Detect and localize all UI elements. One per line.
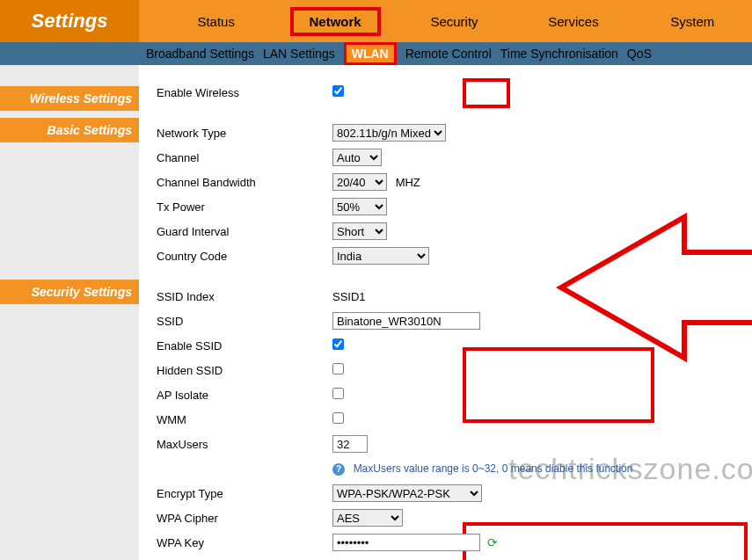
tab-network-label: Network (290, 7, 381, 36)
annotation-arrow (552, 204, 752, 374)
maxusers-label: MaxUsers (157, 438, 332, 451)
enable-wireless-checkbox[interactable] (332, 85, 344, 97)
ssid-label: SSID (157, 315, 332, 328)
wpa-key-label: WPA Key (157, 536, 332, 549)
content-pane: techtrickszone.com Enable Wireless Netwo… (139, 65, 752, 560)
tab-network[interactable]: Network (275, 0, 394, 42)
txpower-label: Tx Power (157, 200, 332, 214)
wpa-cipher-label: WPA Cipher (157, 512, 332, 525)
tab-security[interactable]: Security (395, 0, 514, 42)
tab-status[interactable]: Status (157, 0, 275, 42)
wpa-cipher-select[interactable]: AES (332, 509, 403, 527)
hidden-ssid-label: Hidden SSID (157, 364, 332, 377)
maxusers-input[interactable] (332, 435, 368, 453)
sidebar-wireless-settings[interactable]: Wireless Settings (0, 86, 139, 111)
hidden-ssid-checkbox[interactable] (332, 363, 344, 375)
country-select[interactable]: India (332, 247, 429, 265)
network-type-select[interactable]: 802.11b/g/n Mixed (332, 124, 446, 142)
encrypt-select[interactable]: WPA-PSK/WPA2-PSK (332, 484, 482, 502)
subnav-timesync[interactable]: Time Synchronisation (500, 47, 618, 61)
channel-select[interactable]: Auto (332, 149, 382, 166)
tab-services[interactable]: Services (514, 0, 632, 42)
txpower-select[interactable]: 50% (332, 198, 387, 215)
sidebar-security-settings[interactable]: Security Settings (0, 280, 139, 304)
enable-wireless-label: Enable Wireless (157, 86, 332, 99)
enable-ssid-label: Enable SSID (157, 339, 332, 353)
subnav-wlan[interactable]: WLAN (344, 42, 397, 65)
sidebar: Wireless Settings Basic Settings Securit… (0, 65, 139, 560)
subnav-broadband[interactable]: Broadband Settings (146, 47, 254, 61)
info-icon: ? (332, 463, 345, 476)
ssid-index-value: SSID1 (332, 290, 366, 303)
top-bar: Settings Status Network Security Service… (0, 0, 752, 42)
maxusers-help-text: MaxUsers value range is 0~32, 0 means di… (354, 462, 633, 475)
ssid-index-label: SSID Index (157, 290, 332, 303)
wmm-checkbox[interactable] (332, 412, 344, 424)
ap-isolate-checkbox[interactable] (332, 388, 344, 399)
sub-nav: Broadband Settings LAN Settings WLAN Rem… (0, 42, 752, 65)
refresh-icon[interactable]: ⟳ (487, 535, 498, 549)
ap-isolate-label: AP Isolate (157, 389, 332, 402)
encrypt-label: Encrypt Type (157, 487, 332, 500)
ssid-input[interactable] (332, 312, 480, 330)
country-label: Country Code (157, 250, 332, 263)
bandwidth-unit: MHZ (396, 176, 420, 189)
wmm-label: WMM (157, 413, 332, 426)
sidebar-basic-settings[interactable]: Basic Settings (0, 118, 139, 142)
network-type-label: Network Type (157, 127, 332, 140)
subnav-remote[interactable]: Remote Control (405, 47, 492, 61)
main-nav: Status Network Security Services System (139, 0, 752, 42)
bandwidth-select[interactable]: 20/40 (332, 173, 387, 191)
wpa-key-input[interactable] (332, 534, 480, 551)
guard-label: Guard Interval (157, 225, 332, 238)
subnav-qos[interactable]: QoS (627, 47, 652, 61)
subnav-lan[interactable]: LAN Settings (263, 47, 335, 61)
channel-label: Channel (157, 151, 332, 164)
enable-ssid-checkbox[interactable] (332, 338, 344, 350)
bandwidth-label: Channel Bandwidth (157, 176, 332, 189)
brand-title: Settings (0, 0, 139, 42)
guard-select[interactable]: Short (332, 222, 387, 240)
tab-system[interactable]: System (633, 0, 752, 42)
